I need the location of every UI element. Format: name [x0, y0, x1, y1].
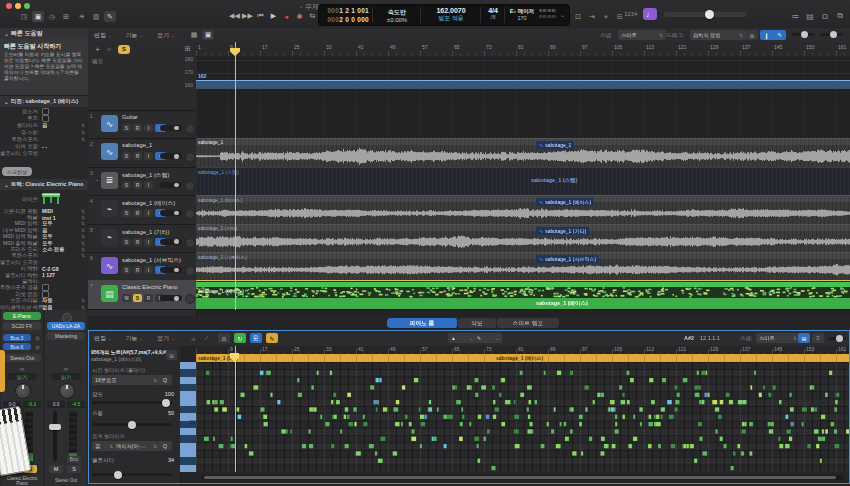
track-name[interactable]: sabotage_1	[122, 142, 194, 148]
time-quantize-menu[interactable]: 16분음표⇅	[92, 375, 160, 385]
midi-region[interactable]: sabotage_1 (베이스)sabotage_1 (베이스)	[196, 280, 850, 308]
send-slot[interactable]: Bus 3	[3, 334, 31, 341]
traffic-light-minimize[interactable]	[15, 3, 21, 9]
menu-보기[interactable]: 보기 ⌄	[157, 31, 175, 40]
audio-region[interactable]: sabotage_1 (베이스)∿sabotage_1 (베이스)	[196, 195, 850, 223]
track-s-button[interactable]: S	[122, 152, 131, 160]
format-button[interactable]: ∞	[12, 365, 32, 372]
count-in-button[interactable]: 1234	[622, 10, 640, 19]
format-button[interactable]: ∞	[56, 365, 76, 372]
header-zoom-icon[interactable]: ⊞	[182, 44, 193, 54]
workspace[interactable]: sabotage_1∿sabotage_1sabotage_1 (스템)sabo…	[196, 110, 850, 310]
automation-icon[interactable]: ▣	[202, 30, 214, 40]
track-icon[interactable]: ▤	[101, 285, 118, 302]
audio-fx-slot[interactable]: UADx LA-2A	[47, 322, 85, 330]
lcd-tempo-mode[interactable]: 속도만 ±0.00%	[373, 5, 421, 25]
track-name[interactable]: Classic Electric Piano	[122, 284, 194, 290]
track-i-button[interactable]: I	[144, 238, 153, 246]
smart-controls-icon[interactable]: ✳	[76, 11, 88, 22]
screenshot-pill[interactable]: 스크린샷	[2, 167, 32, 176]
track-icon[interactable]: ∿	[101, 257, 118, 274]
master-volume-knob[interactable]	[705, 10, 714, 19]
snap-menu[interactable]: 스마트⇅	[618, 30, 666, 40]
pan-knob[interactable]	[59, 383, 75, 399]
track-volume-slider[interactable]	[160, 295, 182, 301]
field-stepper[interactable]: ⇅	[81, 221, 85, 226]
track-lane-1[interactable]	[196, 110, 850, 139]
editor-tab-2[interactable]: 악보	[458, 318, 497, 328]
stem-region[interactable]: sabotage_1 (스템)sabotage_1 (스템)	[196, 167, 850, 195]
tool-pair-button[interactable]: ❙✎	[760, 30, 786, 40]
lcd-menu-chevron[interactable]: ⌄	[560, 11, 565, 18]
audio-fx-slot[interactable]: Mastering	[47, 332, 85, 340]
track-pan-knob[interactable]	[185, 124, 195, 134]
play-button[interactable]: ▶	[269, 10, 278, 22]
track-s-button[interactable]: S	[133, 294, 142, 302]
stop-button[interactable]: ⏮	[256, 10, 265, 22]
track-header-4[interactable]: 4⌁sabotage_1 (베이스)SRI≈	[88, 195, 196, 224]
capture-record-button[interactable]: ◉	[295, 10, 304, 22]
track-header-config-icon[interactable]: ▦	[188, 30, 200, 40]
field-stepper[interactable]: ⇅	[81, 123, 85, 128]
track-volume-slider[interactable]	[160, 267, 182, 273]
track-header-1[interactable]: 1∿GuitarSRI≈	[88, 110, 196, 139]
track-lane-6[interactable]: sabotage_1 (서브믹스)∿sabotage_1 (서브믹스)	[196, 252, 850, 281]
piano-key-white[interactable]	[180, 465, 196, 472]
send-knob[interactable]	[34, 344, 41, 351]
lcd-tempo[interactable]: 162.0070 템포 적용	[421, 5, 481, 25]
editor-bar-ruler[interactable]: 9172533414957657381899710511312112913714…	[196, 346, 850, 354]
menu-편집[interactable]: 편집 ⌄	[94, 334, 112, 343]
track-i-button[interactable]: I	[144, 266, 153, 274]
track-i-button[interactable]: I	[144, 152, 153, 160]
menu-기능[interactable]: 기능 ⌄	[126, 334, 144, 343]
editor-tab-1[interactable]: 피아노 롤	[387, 318, 458, 328]
duplicate-track-button[interactable]: ⌕	[104, 44, 115, 54]
scale-quantize-apply-button[interactable]: Q	[158, 441, 172, 451]
automation-mode-button[interactable]: 읽기	[51, 373, 81, 380]
menu-보기[interactable]: 보기 ⌄	[157, 334, 175, 343]
strength-slider[interactable]	[92, 401, 172, 404]
link-icon[interactable]: ⊹	[188, 333, 199, 343]
swing-slider[interactable]	[92, 423, 172, 426]
track-r-button[interactable]: R	[133, 181, 142, 189]
track-lane-4[interactable]: sabotage_1 (베이스)∿sabotage_1 (베이스)	[196, 195, 850, 224]
track-header-3[interactable]: 3⌄≣sabotage_1 (스템)SRI	[88, 167, 196, 196]
track-name[interactable]: sabotage_1 (베이스)	[122, 199, 194, 208]
track-name[interactable]: sabotage_1 (서브믹스)	[122, 256, 194, 265]
track-lane-5[interactable]: sabotage_1 (기타)∿sabotage_1 (기타)	[196, 224, 850, 253]
catch-playhead-icon[interactable]: ⊙	[218, 333, 230, 343]
track-r-button[interactable]: R	[133, 238, 142, 246]
record-button[interactable]: ●	[282, 10, 291, 22]
vertical-zoom-slider[interactable]	[792, 33, 814, 36]
collapse-mode-icon[interactable]: ⊞	[798, 333, 810, 343]
tempo-track-header[interactable]: 템포 180170160	[88, 56, 196, 111]
track-name[interactable]: Guitar	[122, 114, 194, 120]
list-editors-icon[interactable]: ≔	[790, 10, 800, 22]
track-r-button[interactable]: R	[133, 124, 142, 132]
field-checkbox[interactable]	[42, 108, 49, 115]
channel-setting-button[interactable]: E-Piano	[3, 312, 41, 320]
master-volume-slider[interactable]	[664, 12, 746, 17]
track-icon[interactable]: ≣	[101, 172, 118, 189]
track-s-button[interactable]: S	[122, 238, 131, 246]
scale-type-menu[interactable]: 메이저(아-…⇅	[113, 441, 160, 451]
piano-roll-notes-canvas[interactable]	[196, 362, 850, 472]
track-i-button[interactable]: I	[144, 124, 153, 132]
track-volume-slider[interactable]	[160, 125, 182, 131]
horizontal-zoom-slider[interactable]	[820, 33, 842, 36]
track-header-5[interactable]: 5⌁sabotage_1 (기타)SRI≈	[88, 224, 196, 253]
field-stepper[interactable]: ⇅	[81, 137, 85, 142]
session-player-icon[interactable]: 웃	[250, 333, 262, 343]
crosshair-tool-icon[interactable]: ⊕	[746, 30, 758, 40]
field-stepper[interactable]: ⇅	[81, 241, 85, 246]
track-volume-slider[interactable]	[160, 153, 182, 159]
mixer-icon[interactable]: ▥	[90, 11, 102, 22]
pan-knob[interactable]	[15, 383, 31, 399]
tempo-curve[interactable]	[196, 80, 850, 89]
track-icon[interactable]: ∿	[101, 115, 118, 132]
collapsed-help-tab[interactable]	[0, 350, 5, 392]
track-r-button[interactable]: R	[133, 209, 142, 217]
lcd-time-signature[interactable]: 4/4 /8	[481, 5, 505, 25]
audio-region[interactable]: sabotage_1 (서브믹스)∿sabotage_1 (서브믹스)	[196, 252, 850, 280]
quick-help-header[interactable]: ⌄빠른 도움말	[0, 28, 92, 39]
